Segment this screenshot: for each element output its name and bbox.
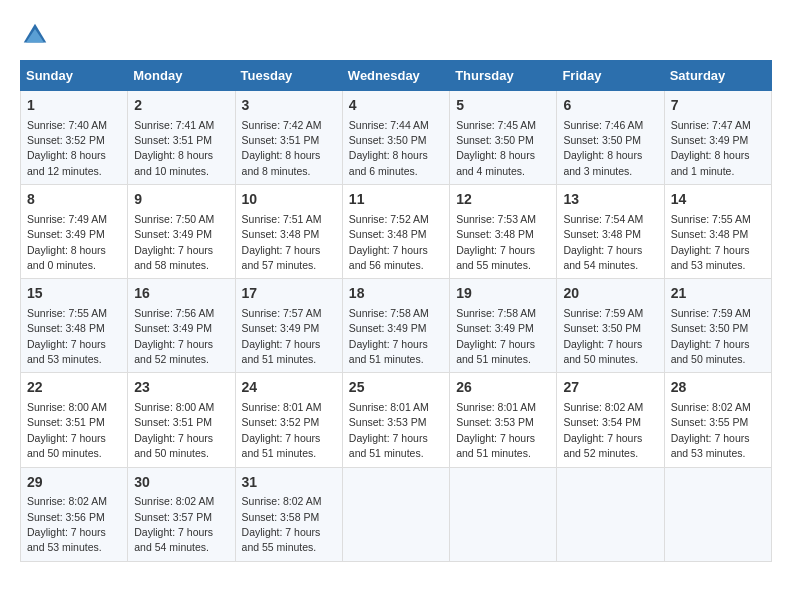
day-number: 30 bbox=[134, 473, 228, 493]
day-info: Sunrise: 7:44 AMSunset: 3:50 PMDaylight:… bbox=[349, 119, 429, 177]
day-info: Sunrise: 7:55 AMSunset: 3:48 PMDaylight:… bbox=[27, 307, 107, 365]
day-number: 21 bbox=[671, 284, 765, 304]
day-info: Sunrise: 8:01 AMSunset: 3:53 PMDaylight:… bbox=[349, 401, 429, 459]
calendar-day-header: Thursday bbox=[450, 61, 557, 91]
day-number: 13 bbox=[563, 190, 657, 210]
page-container: SundayMondayTuesdayWednesdayThursdayFrid… bbox=[20, 20, 772, 562]
day-number: 18 bbox=[349, 284, 443, 304]
day-info: Sunrise: 7:49 AMSunset: 3:49 PMDaylight:… bbox=[27, 213, 107, 271]
day-number: 28 bbox=[671, 378, 765, 398]
day-number: 9 bbox=[134, 190, 228, 210]
day-number: 22 bbox=[27, 378, 121, 398]
day-info: Sunrise: 7:53 AMSunset: 3:48 PMDaylight:… bbox=[456, 213, 536, 271]
calendar-cell: 15 Sunrise: 7:55 AMSunset: 3:48 PMDaylig… bbox=[21, 279, 128, 373]
day-info: Sunrise: 7:51 AMSunset: 3:48 PMDaylight:… bbox=[242, 213, 322, 271]
calendar-cell bbox=[664, 467, 771, 561]
day-info: Sunrise: 7:59 AMSunset: 3:50 PMDaylight:… bbox=[671, 307, 751, 365]
day-info: Sunrise: 7:40 AMSunset: 3:52 PMDaylight:… bbox=[27, 119, 107, 177]
day-number: 7 bbox=[671, 96, 765, 116]
calendar-cell: 8 Sunrise: 7:49 AMSunset: 3:49 PMDayligh… bbox=[21, 185, 128, 279]
day-info: Sunrise: 7:45 AMSunset: 3:50 PMDaylight:… bbox=[456, 119, 536, 177]
day-info: Sunrise: 7:58 AMSunset: 3:49 PMDaylight:… bbox=[349, 307, 429, 365]
logo bbox=[20, 20, 54, 50]
calendar-day-header: Sunday bbox=[21, 61, 128, 91]
day-number: 5 bbox=[456, 96, 550, 116]
calendar-day-header: Wednesday bbox=[342, 61, 449, 91]
day-number: 31 bbox=[242, 473, 336, 493]
logo-icon bbox=[20, 20, 50, 50]
day-info: Sunrise: 8:02 AMSunset: 3:58 PMDaylight:… bbox=[242, 495, 322, 553]
calendar-cell: 11 Sunrise: 7:52 AMSunset: 3:48 PMDaylig… bbox=[342, 185, 449, 279]
calendar-cell: 18 Sunrise: 7:58 AMSunset: 3:49 PMDaylig… bbox=[342, 279, 449, 373]
calendar-cell: 26 Sunrise: 8:01 AMSunset: 3:53 PMDaylig… bbox=[450, 373, 557, 467]
calendar-cell: 24 Sunrise: 8:01 AMSunset: 3:52 PMDaylig… bbox=[235, 373, 342, 467]
calendar-table: SundayMondayTuesdayWednesdayThursdayFrid… bbox=[20, 60, 772, 562]
day-number: 23 bbox=[134, 378, 228, 398]
calendar-cell: 7 Sunrise: 7:47 AMSunset: 3:49 PMDayligh… bbox=[664, 91, 771, 185]
calendar-cell: 17 Sunrise: 7:57 AMSunset: 3:49 PMDaylig… bbox=[235, 279, 342, 373]
calendar-cell: 20 Sunrise: 7:59 AMSunset: 3:50 PMDaylig… bbox=[557, 279, 664, 373]
day-number: 1 bbox=[27, 96, 121, 116]
calendar-cell: 21 Sunrise: 7:59 AMSunset: 3:50 PMDaylig… bbox=[664, 279, 771, 373]
day-number: 11 bbox=[349, 190, 443, 210]
calendar-cell: 28 Sunrise: 8:02 AMSunset: 3:55 PMDaylig… bbox=[664, 373, 771, 467]
calendar-cell: 5 Sunrise: 7:45 AMSunset: 3:50 PMDayligh… bbox=[450, 91, 557, 185]
day-info: Sunrise: 7:52 AMSunset: 3:48 PMDaylight:… bbox=[349, 213, 429, 271]
header bbox=[20, 20, 772, 50]
calendar-cell: 29 Sunrise: 8:02 AMSunset: 3:56 PMDaylig… bbox=[21, 467, 128, 561]
calendar-cell: 4 Sunrise: 7:44 AMSunset: 3:50 PMDayligh… bbox=[342, 91, 449, 185]
day-number: 19 bbox=[456, 284, 550, 304]
calendar-cell: 22 Sunrise: 8:00 AMSunset: 3:51 PMDaylig… bbox=[21, 373, 128, 467]
day-info: Sunrise: 7:55 AMSunset: 3:48 PMDaylight:… bbox=[671, 213, 751, 271]
day-info: Sunrise: 8:02 AMSunset: 3:54 PMDaylight:… bbox=[563, 401, 643, 459]
day-info: Sunrise: 8:00 AMSunset: 3:51 PMDaylight:… bbox=[134, 401, 214, 459]
day-info: Sunrise: 8:00 AMSunset: 3:51 PMDaylight:… bbox=[27, 401, 107, 459]
calendar-cell: 31 Sunrise: 8:02 AMSunset: 3:58 PMDaylig… bbox=[235, 467, 342, 561]
calendar-cell: 30 Sunrise: 8:02 AMSunset: 3:57 PMDaylig… bbox=[128, 467, 235, 561]
calendar-cell bbox=[342, 467, 449, 561]
day-number: 25 bbox=[349, 378, 443, 398]
calendar-day-header: Friday bbox=[557, 61, 664, 91]
day-number: 8 bbox=[27, 190, 121, 210]
day-number: 24 bbox=[242, 378, 336, 398]
day-info: Sunrise: 7:58 AMSunset: 3:49 PMDaylight:… bbox=[456, 307, 536, 365]
calendar-cell: 25 Sunrise: 8:01 AMSunset: 3:53 PMDaylig… bbox=[342, 373, 449, 467]
calendar-cell: 23 Sunrise: 8:00 AMSunset: 3:51 PMDaylig… bbox=[128, 373, 235, 467]
day-number: 15 bbox=[27, 284, 121, 304]
calendar-header-row: SundayMondayTuesdayWednesdayThursdayFrid… bbox=[21, 61, 772, 91]
calendar-cell: 2 Sunrise: 7:41 AMSunset: 3:51 PMDayligh… bbox=[128, 91, 235, 185]
day-info: Sunrise: 7:50 AMSunset: 3:49 PMDaylight:… bbox=[134, 213, 214, 271]
day-number: 20 bbox=[563, 284, 657, 304]
calendar-cell: 1 Sunrise: 7:40 AMSunset: 3:52 PMDayligh… bbox=[21, 91, 128, 185]
day-number: 16 bbox=[134, 284, 228, 304]
calendar-day-header: Saturday bbox=[664, 61, 771, 91]
day-info: Sunrise: 7:57 AMSunset: 3:49 PMDaylight:… bbox=[242, 307, 322, 365]
calendar-week-row: 15 Sunrise: 7:55 AMSunset: 3:48 PMDaylig… bbox=[21, 279, 772, 373]
day-number: 4 bbox=[349, 96, 443, 116]
day-info: Sunrise: 8:01 AMSunset: 3:52 PMDaylight:… bbox=[242, 401, 322, 459]
day-info: Sunrise: 7:47 AMSunset: 3:49 PMDaylight:… bbox=[671, 119, 751, 177]
day-number: 14 bbox=[671, 190, 765, 210]
calendar-cell: 16 Sunrise: 7:56 AMSunset: 3:49 PMDaylig… bbox=[128, 279, 235, 373]
day-number: 29 bbox=[27, 473, 121, 493]
day-number: 12 bbox=[456, 190, 550, 210]
calendar-cell: 13 Sunrise: 7:54 AMSunset: 3:48 PMDaylig… bbox=[557, 185, 664, 279]
day-info: Sunrise: 7:54 AMSunset: 3:48 PMDaylight:… bbox=[563, 213, 643, 271]
calendar-cell: 27 Sunrise: 8:02 AMSunset: 3:54 PMDaylig… bbox=[557, 373, 664, 467]
calendar-week-row: 1 Sunrise: 7:40 AMSunset: 3:52 PMDayligh… bbox=[21, 91, 772, 185]
calendar-cell: 9 Sunrise: 7:50 AMSunset: 3:49 PMDayligh… bbox=[128, 185, 235, 279]
calendar-cell: 12 Sunrise: 7:53 AMSunset: 3:48 PMDaylig… bbox=[450, 185, 557, 279]
day-number: 2 bbox=[134, 96, 228, 116]
day-number: 3 bbox=[242, 96, 336, 116]
day-number: 27 bbox=[563, 378, 657, 398]
calendar-cell bbox=[557, 467, 664, 561]
day-info: Sunrise: 7:42 AMSunset: 3:51 PMDaylight:… bbox=[242, 119, 322, 177]
day-number: 6 bbox=[563, 96, 657, 116]
day-info: Sunrise: 8:02 AMSunset: 3:56 PMDaylight:… bbox=[27, 495, 107, 553]
calendar-cell bbox=[450, 467, 557, 561]
calendar-cell: 6 Sunrise: 7:46 AMSunset: 3:50 PMDayligh… bbox=[557, 91, 664, 185]
day-info: Sunrise: 7:56 AMSunset: 3:49 PMDaylight:… bbox=[134, 307, 214, 365]
day-info: Sunrise: 7:59 AMSunset: 3:50 PMDaylight:… bbox=[563, 307, 643, 365]
calendar-day-header: Tuesday bbox=[235, 61, 342, 91]
calendar-week-row: 22 Sunrise: 8:00 AMSunset: 3:51 PMDaylig… bbox=[21, 373, 772, 467]
